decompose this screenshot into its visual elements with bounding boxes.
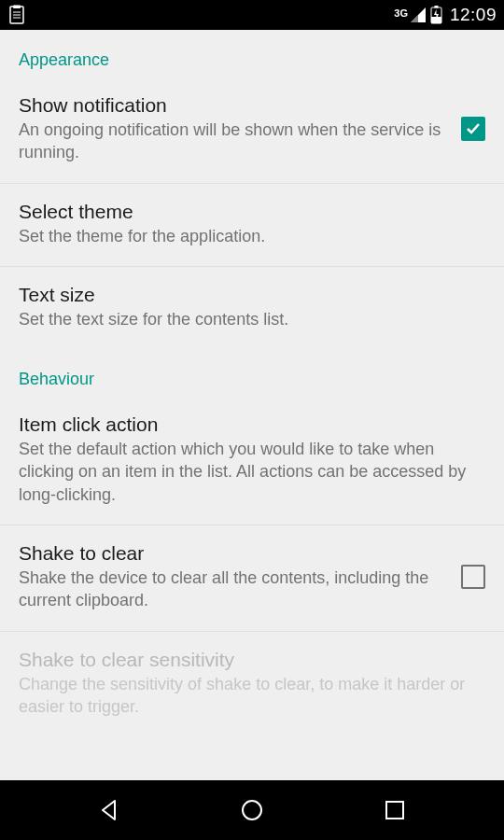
setting-desc: Change the sensitivity of shake to clear… xyxy=(19,673,474,719)
navigation-bar xyxy=(0,780,504,840)
setting-select-theme[interactable]: Select theme Set the theme for the appli… xyxy=(0,184,504,267)
nav-recent-button[interactable] xyxy=(380,795,410,825)
setting-shake-to-clear[interactable]: Shake to clear Shake the device to clear… xyxy=(0,525,504,632)
signal-icon xyxy=(410,7,427,23)
nav-back-button[interactable] xyxy=(94,795,124,825)
setting-show-notification[interactable]: Show notification An ongoing notificatio… xyxy=(0,77,504,184)
status-bar: 3G 12:09 xyxy=(0,0,504,30)
svg-point-8 xyxy=(243,801,261,819)
setting-title: Select theme xyxy=(19,201,474,223)
checkbox-checked-icon[interactable] xyxy=(461,117,485,141)
setting-desc: Set the default action which you would l… xyxy=(19,438,474,506)
network-type-label: 3G xyxy=(394,8,408,19)
setting-title: Show notification xyxy=(19,94,450,117)
settings-list: Appearance Show notification An ongoing … xyxy=(0,30,504,780)
clock-label: 12:09 xyxy=(450,5,497,25)
setting-title: Item click action xyxy=(19,413,474,436)
svg-rect-9 xyxy=(386,802,403,819)
setting-item-click-action[interactable]: Item click action Set the default action… xyxy=(0,397,504,525)
section-header-behaviour: Behaviour xyxy=(0,349,504,397)
nav-home-button[interactable] xyxy=(237,795,267,825)
setting-title: Shake to clear sensitivity xyxy=(19,649,474,671)
battery-charging-icon xyxy=(430,6,442,24)
setting-desc: Shake the device to clear all the conten… xyxy=(19,567,450,612)
setting-title: Shake to clear xyxy=(19,542,450,565)
setting-desc: Set the text size for the contents list. xyxy=(19,308,474,330)
setting-shake-sensitivity: Shake to clear sensitivity Change the se… xyxy=(0,632,504,737)
setting-desc: An ongoing notification will be shown wh… xyxy=(19,119,450,164)
svg-rect-6 xyxy=(434,6,438,8)
section-header-appearance: Appearance xyxy=(0,30,504,77)
checkbox-unchecked-icon[interactable] xyxy=(461,565,485,589)
clipboard-icon xyxy=(7,5,26,25)
setting-title: Text size xyxy=(19,284,474,306)
setting-text-size[interactable]: Text size Set the text size for the cont… xyxy=(0,267,504,349)
setting-desc: Set the theme for the application. xyxy=(19,225,474,247)
svg-rect-1 xyxy=(13,6,21,9)
